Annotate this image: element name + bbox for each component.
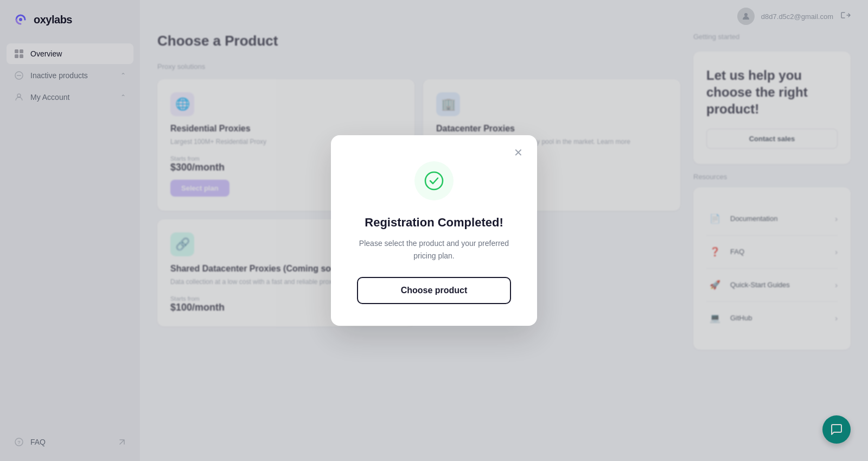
choose-product-button[interactable]: Choose product: [357, 277, 511, 304]
registration-modal: ✕ Registration Completed! Please select …: [331, 135, 537, 326]
modal-close-button[interactable]: ✕: [509, 145, 527, 160]
success-checkmark-icon: [424, 171, 444, 191]
modal-description: Please select the product and your prefe…: [357, 237, 511, 262]
svg-point-11: [425, 172, 443, 190]
success-icon-wrapper: [414, 161, 454, 200]
modal-overlay: ✕ Registration Completed! Please select …: [0, 0, 868, 461]
modal-title: Registration Completed!: [357, 216, 511, 230]
